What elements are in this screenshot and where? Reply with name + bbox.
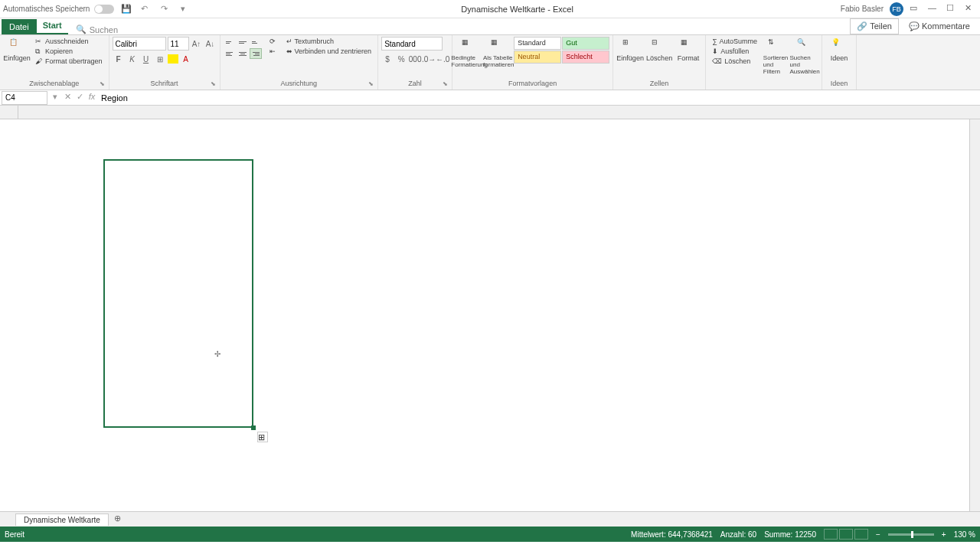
spreadsheet-grid[interactable]: ✢ ⊞ (0, 106, 980, 511)
select-all-corner[interactable] (0, 106, 18, 119)
align-bottom[interactable] (250, 37, 262, 47)
brush-icon: 🖌 (35, 57, 43, 65)
format-as-table-button[interactable]: ▦Als Tabelle formatieren (485, 37, 512, 70)
font-name-input[interactable] (113, 37, 166, 51)
zoom-slider[interactable] (888, 533, 934, 536)
format-cells-button[interactable]: ▦Format (675, 37, 702, 64)
font-color-button[interactable]: A (180, 53, 192, 65)
border-button[interactable]: ⊞ (154, 53, 166, 65)
increase-decimal[interactable]: .0→ (423, 53, 435, 65)
active-cell-overlay (105, 161, 145, 171)
style-neutral[interactable]: Neutral (514, 51, 561, 64)
align-middle[interactable] (237, 37, 249, 47)
zoom-in-button[interactable]: + (942, 530, 946, 539)
autosave-toggle[interactable] (94, 5, 114, 14)
cancel-formula-icon[interactable]: ✕ (61, 92, 74, 104)
view-layout-button[interactable] (839, 529, 853, 540)
merge-center-button[interactable]: ⬌Verbinden und zentrieren (283, 47, 375, 56)
fill-color-button[interactable] (168, 54, 178, 64)
undo-icon[interactable]: ↶ (141, 4, 152, 15)
sort-filter-button[interactable]: ⇅Sortieren und Filtern (762, 37, 789, 77)
delete-cells-label: Löschen (646, 54, 672, 62)
delete-cells-button[interactable]: ⊟Löschen (645, 37, 673, 64)
user-avatar[interactable]: FB (890, 2, 903, 16)
decrease-decimal[interactable]: ←.0 (436, 53, 449, 65)
tab-start[interactable]: Start (37, 18, 68, 34)
quick-analysis-button[interactable]: ⊞ (257, 432, 268, 442)
qat-dropdown-icon[interactable]: ▾ (181, 4, 191, 15)
group-styles: ▦Bedingte Formatierung ▦Als Tabelle form… (452, 35, 613, 90)
italic-button[interactable]: K (126, 53, 139, 65)
sheet-tab-active[interactable]: Dynamische Weltkarte (15, 514, 109, 526)
indent-decrease[interactable]: ⇤ (266, 47, 279, 56)
orientation-button[interactable]: ⟳ (266, 37, 279, 46)
bold-button[interactable]: F (113, 53, 125, 65)
clear-button[interactable]: ⌫ Löschen (709, 57, 760, 66)
number-dialog-launcher[interactable]: ⬊ (443, 80, 450, 88)
tell-me-search[interactable]: 🔍 Suchen (76, 24, 118, 34)
paste-button[interactable]: 📋Einfügen (3, 37, 31, 64)
delete-cells-icon: ⊟ (652, 38, 667, 54)
conditional-formatting-button[interactable]: ▦Bedingte Formatierung (456, 37, 483, 70)
wrap-text-button[interactable]: ↵Textumbruch (283, 37, 375, 46)
search-icon: 🔍 (76, 24, 87, 34)
vertical-scrollbar[interactable] (969, 119, 980, 511)
view-normal-button[interactable] (824, 529, 838, 540)
tab-file[interactable]: Datei (2, 19, 37, 34)
find-select-button[interactable]: 🔍Suchen und Auswählen (791, 37, 818, 77)
cond-format-icon: ▦ (462, 38, 477, 54)
increase-font-icon[interactable]: A↑ (191, 37, 203, 50)
format-painter-button[interactable]: 🖌Format übertragen (32, 57, 106, 66)
share-button[interactable]: 🔗 Teilen (850, 18, 899, 34)
style-schlecht[interactable]: Schlecht (562, 51, 609, 64)
search-placeholder: Suchen (90, 25, 118, 34)
comma-button[interactable]: 000 (409, 53, 421, 65)
user-name: Fabio Basler (841, 5, 884, 13)
number-format-select[interactable] (381, 37, 443, 51)
style-gut[interactable]: Gut (562, 37, 609, 50)
accept-formula-icon[interactable]: ✓ (74, 92, 86, 104)
ribbon-mode-icon[interactable]: ▭ (910, 3, 922, 15)
clipboard-dialog-launcher[interactable]: ⬊ (100, 80, 107, 88)
currency-button[interactable]: $ (381, 53, 394, 65)
align-left[interactable] (224, 48, 236, 59)
cut-button[interactable]: ✂Ausschneiden (32, 37, 106, 46)
zoom-level[interactable]: 130 % (954, 530, 975, 539)
percent-button[interactable]: % (395, 53, 407, 65)
fx-icon[interactable]: fx (86, 92, 98, 104)
view-break-button[interactable] (854, 529, 868, 540)
align-right[interactable] (250, 48, 262, 59)
insert-cells-label: Einfügen (616, 54, 644, 62)
zoom-out-button[interactable]: − (876, 530, 880, 539)
ideas-button[interactable]: 💡Ideen (825, 37, 853, 64)
add-sheet-button[interactable]: ⊕ (112, 514, 124, 526)
style-standard[interactable]: Standard (514, 37, 561, 50)
minimize-icon[interactable]: — (928, 3, 940, 15)
alignment-dialog-launcher[interactable]: ⬊ (368, 80, 376, 88)
align-center[interactable] (237, 48, 249, 59)
name-box[interactable] (2, 91, 47, 105)
fill-label: Ausfüllen (720, 47, 749, 55)
status-ready: Bereit (5, 530, 24, 539)
clear-label: Löschen (724, 57, 750, 65)
name-box-dropdown[interactable]: ▾ (49, 92, 61, 104)
font-dialog-launcher[interactable]: ⬊ (211, 80, 218, 88)
maximize-icon[interactable]: ☐ (946, 3, 959, 15)
copy-button[interactable]: ⧉Kopieren (32, 47, 106, 56)
fill-handle[interactable] (251, 425, 256, 430)
fill-button[interactable]: ⬇ Ausfüllen (709, 47, 760, 56)
align-top[interactable] (224, 37, 236, 47)
redo-icon[interactable]: ↷ (161, 4, 172, 15)
close-icon[interactable]: ✕ (965, 3, 977, 15)
font-size-input[interactable] (168, 37, 189, 51)
save-icon[interactable]: 💾 (121, 4, 132, 15)
copy-icon: ⧉ (35, 47, 43, 55)
autosum-button[interactable]: ∑ AutoSumme (709, 37, 760, 46)
formula-input[interactable] (98, 91, 980, 105)
comments-button[interactable]: 💬 Kommentare (902, 18, 977, 34)
decrease-font-icon[interactable]: A↓ (204, 37, 217, 50)
share-label: Teilen (870, 21, 892, 31)
comments-label: Kommentare (922, 21, 970, 31)
underline-button[interactable]: U (140, 53, 152, 65)
insert-cells-button[interactable]: ⊞Einfügen (616, 37, 644, 64)
